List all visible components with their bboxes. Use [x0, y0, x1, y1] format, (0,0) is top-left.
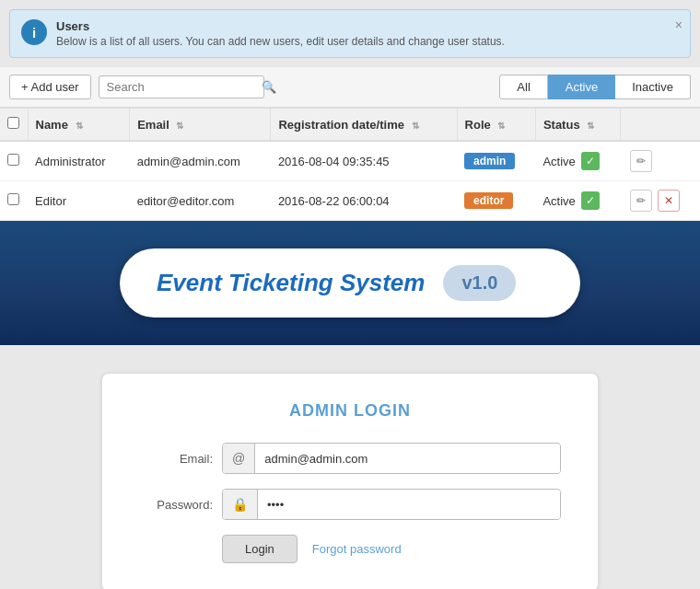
row-role: admin [457, 141, 535, 181]
ticket-title: Event Ticketing System [157, 269, 425, 297]
regdate-sort-icon: ⇅ [412, 121, 419, 131]
filter-active-button[interactable]: Active [548, 75, 615, 99]
info-description: Below is a list of all users. You can ad… [56, 35, 505, 48]
row-checkbox-cell [0, 141, 28, 181]
select-all-checkbox[interactable] [7, 117, 19, 129]
name-sort-icon: ⇅ [76, 121, 83, 131]
status-check-icon: ✓ [581, 191, 600, 210]
email-input-wrap: @ [222, 443, 561, 474]
email-icon: @ [223, 444, 255, 473]
row-actions: ✏ [621, 141, 700, 181]
event-ticketing-section: Event Ticketing System v1.0 [0, 221, 700, 345]
row-role: editor [457, 181, 535, 221]
role-sort-icon: ⇅ [497, 121, 505, 131]
edit-button-1[interactable]: ✏ [630, 190, 652, 212]
ticket-card: Event Ticketing System v1.0 [120, 248, 580, 318]
add-user-button[interactable]: + Add user [9, 75, 91, 99]
email-field[interactable] [255, 445, 560, 473]
delete-button-1[interactable]: ✕ [658, 190, 680, 212]
table-row: Editor editor@editor.com 2016-08-22 06:0… [0, 181, 700, 221]
info-title: Users [56, 19, 505, 33]
users-table: Name ⇅ Email ⇅ Registration date/time ⇅ … [0, 109, 700, 221]
info-text: Users Below is a list of all users. You … [56, 19, 505, 48]
toolbar: + Add user 🔍 All Active Inactive [0, 67, 700, 108]
row-regdate: 2016-08-04 09:35:45 [271, 141, 457, 181]
th-role[interactable]: Role ⇅ [457, 109, 535, 141]
row-actions: ✏ ✕ [621, 181, 700, 221]
filter-group: All Active Inactive [499, 75, 691, 99]
th-checkbox [0, 109, 28, 141]
forgot-password-button[interactable]: Forgot password [312, 542, 402, 556]
search-wrap: 🔍 [99, 75, 264, 98]
filter-inactive-button[interactable]: Inactive [615, 75, 691, 99]
users-table-container: Name ⇅ Email ⇅ Registration date/time ⇅ … [0, 108, 700, 221]
email-label: Email: [139, 452, 213, 466]
row-status: Active ✓ [535, 141, 621, 181]
status-text: Active [542, 194, 575, 208]
filter-all-button[interactable]: All [499, 75, 547, 99]
search-input[interactable] [107, 80, 262, 94]
status-check-icon: ✓ [581, 152, 600, 170]
role-badge: editor [464, 192, 513, 209]
email-sort-icon: ⇅ [176, 121, 183, 131]
email-row: Email: @ [139, 443, 561, 474]
form-actions: Login Forgot password [139, 535, 561, 563]
th-email[interactable]: Email ⇅ [130, 109, 271, 141]
th-status[interactable]: Status ⇅ [535, 109, 621, 141]
row-name: Editor [28, 181, 130, 221]
password-label: Password: [139, 498, 213, 512]
th-name[interactable]: Name ⇅ [28, 109, 130, 141]
login-section: ADMIN LOGIN Email: @ Password: 🔒 Login F… [0, 345, 700, 589]
row-email: editor@editor.com [130, 181, 271, 221]
th-regdate[interactable]: Registration date/time ⇅ [271, 109, 457, 141]
row-status: Active ✓ [535, 181, 621, 221]
version-badge: v1.0 [443, 265, 516, 301]
info-icon: i [21, 19, 47, 45]
login-card: ADMIN LOGIN Email: @ Password: 🔒 Login F… [101, 373, 599, 589]
login-button[interactable]: Login [222, 535, 298, 563]
row-regdate: 2016-08-22 06:00:04 [271, 181, 457, 221]
table-header-row: Name ⇅ Email ⇅ Registration date/time ⇅ … [0, 109, 700, 141]
info-banner: i Users Below is a list of all users. Yo… [9, 9, 691, 58]
th-actions [621, 109, 700, 141]
password-row: Password: 🔒 [139, 489, 561, 520]
status-text: Active [542, 155, 575, 168]
password-field[interactable] [258, 491, 560, 519]
row-name: Administrator [28, 141, 130, 181]
search-icon: 🔍 [262, 80, 276, 94]
close-banner-button[interactable]: × [675, 17, 682, 32]
status-sort-icon: ⇅ [587, 121, 594, 131]
edit-button-0[interactable]: ✏ [630, 150, 652, 172]
table-row: Administrator admin@admin.com 2016-08-04… [0, 141, 700, 181]
row-email: admin@admin.com [130, 141, 271, 181]
row-checkbox-0[interactable] [7, 154, 19, 166]
password-input-wrap: 🔒 [222, 489, 561, 520]
login-title: ADMIN LOGIN [139, 401, 561, 421]
lock-icon: 🔒 [223, 490, 258, 519]
row-checkbox-1[interactable] [7, 193, 19, 205]
row-checkbox-cell [0, 181, 28, 221]
role-badge: admin [464, 153, 515, 169]
